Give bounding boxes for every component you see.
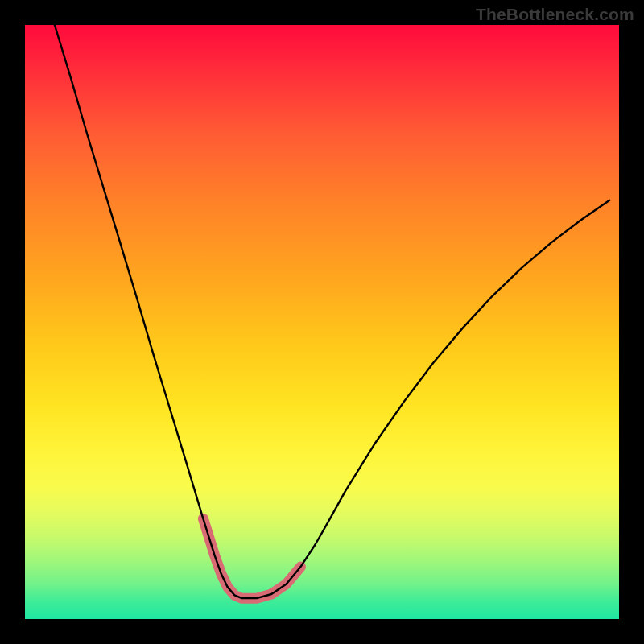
bottleneck-valley-highlight: [203, 518, 300, 598]
chart-frame: TheBottleneck.com: [0, 0, 644, 644]
watermark-text: TheBottleneck.com: [476, 5, 634, 24]
chart-svg: [25, 25, 619, 619]
chart-plot-area: [25, 25, 619, 619]
bottleneck-curve: [55, 25, 609, 598]
